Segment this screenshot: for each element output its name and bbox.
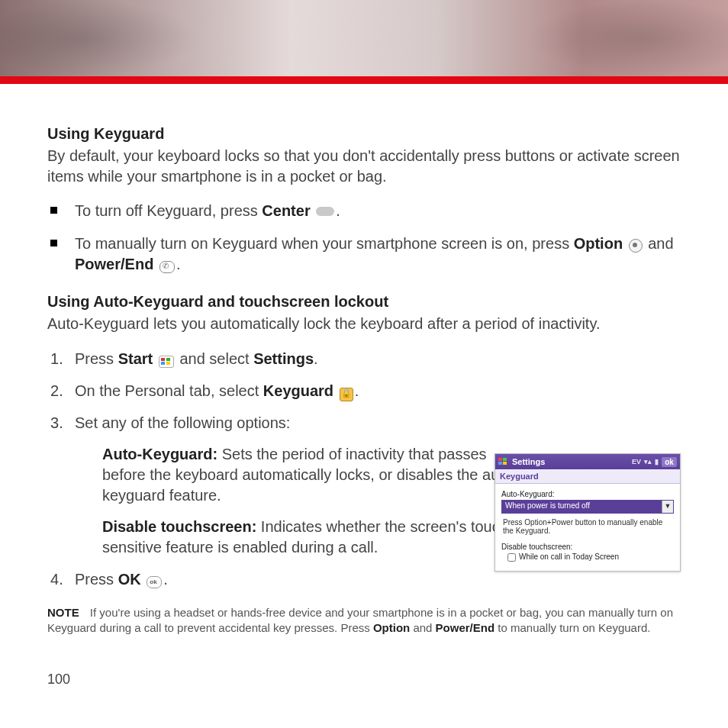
text: Set any of the following options: <box>75 414 290 431</box>
note-paragraph: NOTE If you're using a headset or hands-… <box>47 605 681 636</box>
ok-button-icon <box>147 576 162 588</box>
banner-accent-stripe <box>0 76 728 84</box>
text: . <box>163 571 168 588</box>
step-1: Press Start and select Settings. <box>47 348 681 369</box>
section2-intro: Auto-Keyguard lets you automatically loc… <box>47 314 681 334</box>
text: To manually turn on Keyguard when your s… <box>75 235 574 252</box>
section1-intro: By default, your keyboard locks so that … <box>47 146 681 187</box>
option-key-icon <box>629 239 643 253</box>
auto-keyguard-select-value: When power is turned off <box>502 501 662 513</box>
page-number: 100 <box>47 672 681 688</box>
key-option: Option <box>574 235 623 252</box>
key-center: Center <box>262 202 310 219</box>
text: . <box>355 382 359 399</box>
auto-keyguard-label: Auto-Keyguard: <box>501 490 674 498</box>
dialog-titlebar: Settings EV ▾▴ ▮ ok <box>495 454 680 469</box>
key-power-end: Power/End <box>436 621 495 634</box>
checkbox-label: While on call in Today Screen <box>519 552 619 561</box>
dialog-title: Settings <box>512 457 545 466</box>
center-key-icon <box>316 207 334 216</box>
start-flag-icon[interactable] <box>498 457 509 466</box>
bullet-turn-on-keyguard: To manually turn on Keyguard when your s… <box>47 234 681 275</box>
signal-icon: ▾▴ <box>644 458 652 465</box>
auto-keyguard-select[interactable]: When power is turned off ▼ <box>501 500 674 514</box>
text: On the Personal tab, select <box>75 382 263 399</box>
section2-title: Using Auto-Keyguard and touchscreen lock… <box>47 293 681 311</box>
bullet-turn-off-keyguard: To turn off Keyguard, press Center . <box>47 201 681 221</box>
disable-touchscreen-checkbox-row[interactable]: While on call in Today Screen <box>507 552 674 562</box>
key-ok: OK <box>118 571 141 588</box>
note-label: NOTE <box>47 606 79 619</box>
text: Press <box>75 571 118 588</box>
text: To turn off Keyguard, press <box>75 202 262 219</box>
section1-title: Using Keyguard <box>47 125 681 143</box>
power-end-icon <box>159 261 175 273</box>
dialog-header: Keyguard <box>495 469 680 484</box>
text: and select <box>179 350 253 367</box>
banner-image <box>0 0 728 76</box>
text: . <box>176 256 181 272</box>
label: Disable touchscreen: <box>102 518 256 535</box>
dialog-body: Auto-Keyguard: When power is turned off … <box>495 484 680 571</box>
text: . <box>314 350 318 367</box>
option-disable-touchscreen: Disable touchscreen: Indicates whether t… <box>102 517 530 558</box>
dialog-ok-button[interactable]: ok <box>662 457 677 467</box>
start-flag-icon <box>159 356 174 368</box>
text: . <box>336 202 340 219</box>
text: and <box>648 235 673 252</box>
label: Auto-Keyguard: <box>102 446 217 462</box>
option-auto-keyguard: Auto-Keyguard: Sets the period of inacti… <box>102 444 530 506</box>
dialog-hint: Press Option+Power button to manually en… <box>503 518 672 535</box>
step-2: On the Personal tab, select Keyguard . <box>47 380 681 401</box>
status-icons: EV ▾▴ ▮ <box>632 458 659 465</box>
key-power-end: Power/End <box>75 256 153 272</box>
section1-bullets: To turn off Keyguard, press Center . To … <box>47 201 681 275</box>
keyguard-lock-icon <box>340 388 353 401</box>
text: and <box>413 621 435 634</box>
disable-touchscreen-label: Disable touchscreen: <box>501 543 674 551</box>
step-4: Press OK . <box>47 569 681 590</box>
disable-touchscreen-checkbox[interactable] <box>507 553 516 562</box>
text: to manually turn on Keyguard. <box>498 621 650 634</box>
chevron-down-icon[interactable]: ▼ <box>662 501 673 513</box>
battery-icon: ▮ <box>655 458 659 465</box>
keyguard-settings-screenshot: Settings EV ▾▴ ▮ ok Keyguard Auto-Keygua… <box>494 453 681 572</box>
key-option: Option <box>373 621 410 634</box>
key-settings: Settings <box>253 350 314 367</box>
network-ev-icon: EV <box>632 458 641 465</box>
key-start: Start <box>118 350 153 367</box>
key-keyguard: Keyguard <box>263 382 333 399</box>
text: Press <box>75 350 118 367</box>
